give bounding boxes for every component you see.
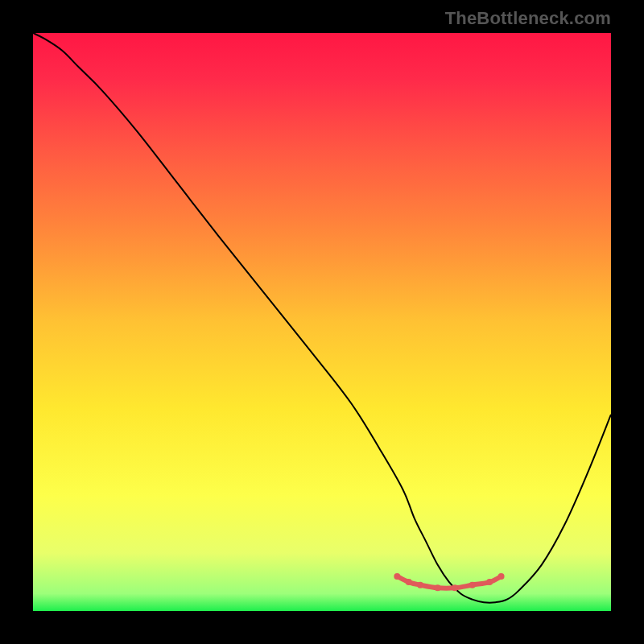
marker-dot <box>435 584 441 591</box>
chart-svg <box>33 33 611 611</box>
marker-dot <box>452 584 458 591</box>
marker-dot <box>417 582 423 588</box>
marker-dot <box>486 579 493 585</box>
marker-dot <box>394 573 400 580</box>
gradient-background <box>33 33 611 611</box>
marker-dot <box>469 582 476 588</box>
watermark-text: TheBottleneck.com <box>445 8 611 29</box>
marker-dot <box>406 579 412 585</box>
plot-area <box>33 33 611 611</box>
chart-frame: TheBottleneck.com <box>0 0 644 644</box>
marker-dot <box>498 573 505 580</box>
